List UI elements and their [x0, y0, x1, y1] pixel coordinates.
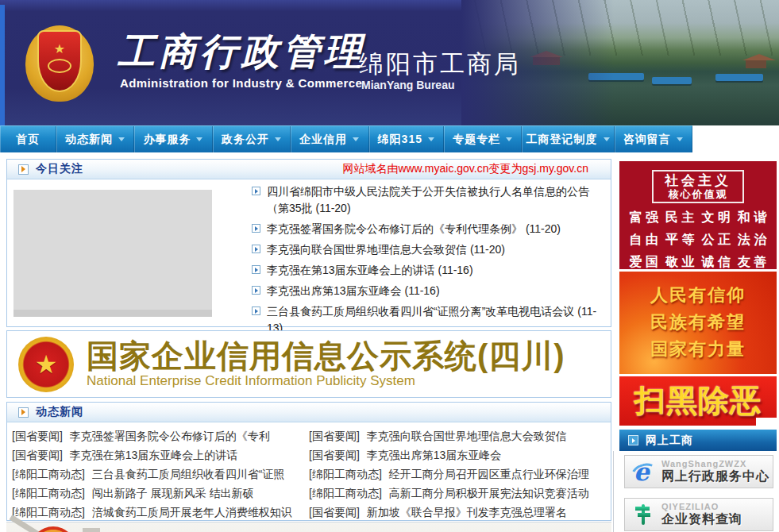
today-focus-panel: 今日关注 网站域名由www.myaic.gov.cn变更为gsj.my.gov.… [6, 159, 611, 327]
sweep-crime-banner[interactable]: 扫黑除恶 [619, 376, 777, 426]
national-emblem-icon: ★ [18, 337, 74, 392]
domain-change-notice: 网站域名由www.myaic.gov.cn变更为gsj.my.gov.cn [342, 162, 588, 176]
nav-item-mianyang315[interactable]: 绵阳315 [369, 126, 444, 152]
news-row[interactable]: [绵阳工商动态]三台县食药工质局组织收看四川省“证照 [12, 465, 309, 484]
boat-shape [715, 74, 763, 81]
news-row[interactable]: [国省要闻]新加坡《联合早报》刊发李克强总理署名 [309, 503, 606, 522]
arrow-bullet-icon [252, 245, 260, 253]
news-title: 李克强向联合国世界地理信息大会致贺信 [267, 243, 467, 256]
chevron-down-icon [353, 137, 359, 141]
nav-item-services[interactable]: 办事服务 [134, 126, 212, 152]
nav-label: 动态新闻 [65, 133, 113, 147]
news-category: [绵阳工商动态] [309, 487, 382, 499]
news-title: 李克强在第13届东亚峰会上的讲话 [70, 449, 238, 461]
chevron-down-icon [506, 137, 512, 141]
site-header: 工商行政管理 Administration for Industry & Com… [0, 0, 779, 125]
news-row[interactable]: [绵阳工商动态]闯出新路子 展现新风采 结出新硕 [12, 484, 309, 503]
focus-news-item[interactable]: 四川省绵阳市中级人民法院关于公开失信被执行人名单信息的公告（第35批 (11-2… [252, 183, 606, 217]
focus-news-item[interactable]: 李克强向联合国世界地理信息大会致贺信 (11-20) [252, 241, 606, 258]
nav-label: 办事服务 [143, 133, 191, 147]
dynamic-news-panel: 动态新闻 [国省要闻]李克强签署国务院令公布修订后的《专利 [国省要闻]李克强在… [6, 402, 611, 521]
nav-item-home[interactable]: 首页 [0, 126, 56, 152]
nav-label: 专题专栏 [453, 133, 500, 147]
dynamic-news-header: 动态新闻 [7, 403, 611, 422]
arrow-bullet-icon [252, 265, 260, 274]
news-title: 三台县食药工质局组织收看四川省“证照分离”改革电视电话会议 [267, 305, 574, 318]
values-word: 爱 国 [626, 254, 662, 271]
values-word: 公 正 [698, 232, 735, 249]
news-title: 李克强签署国务院令公布修订后的《专利代理条例》 [267, 222, 523, 235]
news-date: (11-16) [404, 284, 439, 297]
focus-news-item[interactable]: 李克强在第13届东亚峰会上的讲话 (11-16) [252, 262, 606, 279]
core-values-banner[interactable]: 社会主义 核心价值观 富 强 民 主 文 明 和 谐 自 由 平 等 公 正 法… [619, 161, 777, 269]
values-word: 平 等 [662, 232, 699, 249]
news-row[interactable]: [绵阳工商动态]经开工商分局召开园区重点行业环保治理 [309, 465, 606, 484]
faith-banner[interactable]: 人民有信仰 民族有希望 国家有力量 [619, 272, 777, 374]
online-services-header[interactable]: 网上工商 [619, 430, 777, 451]
arrow-bullet-icon [252, 306, 260, 315]
news-column-right: [国省要闻]李克强向联合国世界地理信息大会致贺信 [国省要闻]李克强出席第13届… [309, 426, 606, 522]
pavilion-shape [746, 60, 766, 68]
news-row[interactable]: [国省要闻]李克强向联合国世界地理信息大会致贺信 [309, 426, 606, 445]
site-title: 工商行政管理 [118, 27, 365, 77]
bureau-name: 绵阳市工商局 [359, 48, 521, 81]
boat-shape [588, 73, 644, 80]
news-title: 涪城食药工质局开展老年人消费维权知识 [92, 506, 292, 519]
faith-line: 人民有信仰 [619, 282, 777, 309]
header-left-accent [0, 5, 5, 125]
news-row[interactable]: [绵阳工商动态]涪城食药工质局开展老年人消费维权知识 [12, 503, 309, 522]
news-title: 李克强出席第13届东亚峰会 [267, 284, 402, 297]
news-category: [绵阳工商动态] [12, 487, 85, 499]
focus-news-item[interactable]: 李克强签署国务院令公布修订后的《专利代理条例》 (11-20) [252, 221, 606, 237]
focus-image-slideshow[interactable] [13, 190, 212, 317]
button-sublabel: WangShangZWZX [661, 459, 769, 468]
nav-label: 政务公开 [222, 133, 269, 147]
today-focus-title: 今日关注 [36, 162, 83, 176]
focus-news-item[interactable]: 李克强出席第13届东亚峰会 (11-16) [252, 283, 606, 299]
main-nav: 首页 动态新闻 办事服务 政务公开 企业信用 绵阳315 专题专栏 工商登记制度… [0, 125, 779, 152]
news-row[interactable]: [国省要闻]李克强出席第13届东亚峰会 [309, 445, 606, 465]
decorative-shape [83, 528, 100, 532]
news-category: [国省要闻] [309, 430, 360, 442]
news-row[interactable]: [绵阳工商动态]高新工商分局积极开展宪法知识竞赛活动 [309, 484, 606, 503]
nav-item-news[interactable]: 动态新闻 [56, 126, 134, 152]
nav-label: 咨询留言 [623, 133, 671, 147]
faith-line: 国家有力量 [619, 336, 777, 363]
news-title: 李克强签署国务院令公布修订后的《专利 [70, 430, 270, 442]
arrow-bullet-icon [18, 164, 29, 175]
chevron-down-icon [677, 137, 683, 141]
faith-line: 民族有希望 [619, 309, 777, 336]
banner-notch [756, 418, 777, 426]
shield-icon [37, 30, 82, 92]
page: 工商行政管理 Administration for Industry & Com… [0, 0, 779, 532]
chevron-down-icon [118, 137, 125, 141]
nav-item-special-topics[interactable]: 专题专栏 [444, 126, 522, 152]
button-label: 企业资料查询 [661, 511, 742, 528]
credit-banner-subtitle: National Enterprise Credit Information P… [87, 373, 565, 389]
news-date: (11-20) [526, 222, 561, 235]
credit-banner-title: 国家企业信用信息公示系统(四川) [87, 339, 565, 372]
nav-item-consultation[interactable]: 咨询留言 [615, 126, 692, 152]
nav-label: 工商登记制度 [526, 133, 598, 147]
arrow-bullet-icon [252, 224, 260, 233]
news-title: 经开工商分局召开园区重点行业环保治理 [389, 468, 589, 480]
nav-item-registration[interactable]: 工商登记制度 [522, 126, 614, 152]
chevron-down-icon [604, 137, 610, 141]
nav-item-enterprise-credit[interactable]: 企业信用 [291, 126, 368, 152]
enterprise-data-query-button[interactable]: QIYEZILIAO 企业资料查询 [624, 498, 773, 531]
aic-emblem-logo [25, 25, 94, 102]
values-word: 民 主 [662, 210, 699, 226]
values-word: 文 明 [698, 210, 735, 226]
nav-item-gov-affairs[interactable]: 政务公开 [213, 126, 291, 152]
bureau-name-en: MianYang Bureau [361, 79, 454, 91]
news-column-left: [国省要闻]李克强签署国务院令公布修订后的《专利 [国省要闻]李克强在第13届东… [12, 426, 309, 522]
boat-shape [652, 77, 692, 84]
news-row[interactable]: [国省要闻]李克强在第13届东亚峰会上的讲话 [12, 445, 309, 465]
online-admin-service-button[interactable]: e WangShangZWZX 网上行政服务中心 [624, 455, 773, 488]
values-word: 友 善 [735, 254, 771, 271]
news-row[interactable]: [国省要闻]李克强签署国务院令公布修订后的《专利 [12, 426, 309, 445]
values-grid: 富 强 民 主 文 明 和 谐 自 由 平 等 公 正 法 治 爱 国 敬 业 … [619, 206, 777, 271]
credit-system-banner[interactable]: ★ 国家企业信用信息公示系统(四川) National Enterprise C… [6, 330, 611, 398]
stamp-line1: 社会主义 [655, 173, 741, 188]
news-category: [国省要闻] [309, 506, 360, 519]
